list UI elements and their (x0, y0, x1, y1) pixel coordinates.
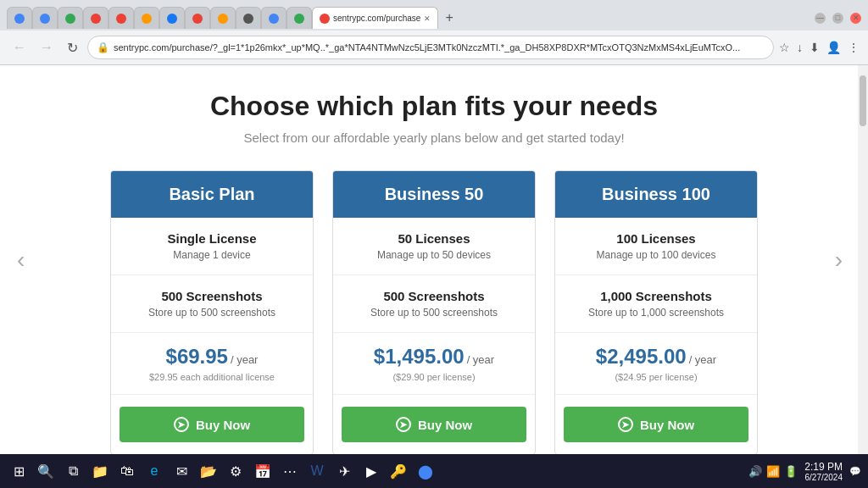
page-content: ‹ › Choose which plan fits your needs Se… (0, 65, 868, 454)
tab-item-12[interactable] (287, 7, 312, 29)
taskbar-mail-button[interactable]: ✉ (170, 459, 193, 483)
taskbar-explorer2-button[interactable]: 📂 (197, 459, 220, 483)
taskbar-apps-button[interactable]: ⋯ (278, 459, 302, 483)
tab-close-icon[interactable]: ✕ (424, 14, 431, 23)
forward-button[interactable]: → (36, 38, 58, 57)
tab-item-2[interactable] (32, 7, 58, 29)
price-note-basic: $29.95 each additional license (120, 372, 304, 382)
address-bar-row: ← → ↻ 🔒 sentrypc.com/purchase/?_gl=1*1p2… (0, 30, 868, 64)
browser-content: ‹ › Choose which plan fits your needs Se… (0, 65, 868, 454)
taskbar-file-explorer-button[interactable]: 📁 (88, 459, 112, 483)
taskbar-chrome-button[interactable]: ⬤ (414, 459, 437, 483)
carousel-next-button[interactable]: › (835, 247, 843, 274)
taskbar-store-button[interactable]: 🛍 (115, 459, 139, 483)
license-title-business100: 100 Licenses (564, 231, 748, 246)
plan-header-basic: Basic Plan (111, 171, 313, 218)
buy-now-button-business50[interactable]: ➤ Buy Now (342, 407, 526, 442)
tab-item-11[interactable] (261, 7, 287, 29)
network-icon[interactable]: 📶 (766, 465, 780, 478)
tab-item-5[interactable] (108, 7, 134, 29)
tab-item-10[interactable] (236, 7, 261, 29)
scrollbar-thumb[interactable] (860, 75, 866, 126)
scrollbar[interactable] (858, 65, 868, 454)
screenshot-desc-basic: Store up to 500 screenshots (120, 307, 304, 319)
plan-body-business100: 100 Licenses Manage up to 100 devices 1,… (555, 218, 757, 454)
plan-feature-license-basic: Single License Manage 1 device (111, 218, 313, 275)
taskbar-date-display: 6/27/2024 (804, 473, 843, 482)
price-period-basic: / year (231, 353, 259, 366)
notification-icon[interactable]: 💬 (849, 466, 861, 477)
browser-chrome: sentrypc.com/purchase ✕ + — □ ✕ ← → ↻ 🔒 … (0, 0, 868, 65)
buy-icon-basic: ➤ (174, 417, 189, 432)
plan-card-business100: Business 100 100 Licenses Manage up to 1… (554, 170, 758, 454)
page-subtitle: Select from our affordable yearly plans … (51, 130, 817, 145)
page-title: Choose which plan fits your needs (51, 91, 817, 122)
close-button[interactable]: ✕ (850, 13, 861, 24)
buy-btn-section-basic: ➤ Buy Now (111, 395, 313, 454)
taskbar-edge-button[interactable]: e (142, 459, 166, 483)
taskbar-right: 🔊 📶 🔋 2:19 PM 6/27/2024 💬 (748, 461, 861, 482)
plan-feature-license-business50: 50 Licenses Manage up to 50 devices (333, 218, 535, 275)
battery-icon[interactable]: 🔋 (784, 465, 798, 478)
taskbar-vlc-button[interactable]: ▶ (359, 459, 383, 483)
bookmark-icon[interactable]: ☆ (779, 41, 790, 54)
plan-price-section-basic: $69.95 / year $29.95 each additional lic… (111, 333, 313, 395)
plan-body-business50: 50 Licenses Manage up to 50 devices 500 … (333, 218, 535, 454)
plan-header-business50: Business 50 (333, 171, 535, 218)
url-text: sentrypc.com/purchase/?_gl=1*1p26mkx*_up… (114, 42, 765, 53)
taskbar-clock[interactable]: 2:19 PM 6/27/2024 (804, 461, 843, 482)
taskbar-task-view-button[interactable]: ⧉ (61, 459, 85, 483)
taskbar-settings-button[interactable]: ⚙ (224, 459, 248, 483)
carousel-prev-button[interactable]: ‹ (17, 247, 25, 274)
plan-card-basic: Basic Plan Single License Manage 1 devic… (110, 170, 314, 454)
maximize-button[interactable]: □ (832, 13, 843, 24)
plan-feature-license-business100: 100 Licenses Manage up to 100 devices (555, 218, 757, 275)
tab-item-8[interactable] (185, 7, 210, 29)
tab-item-active[interactable]: sentrypc.com/purchase ✕ (312, 7, 438, 29)
download-icon[interactable]: ⬇ (810, 41, 820, 54)
taskbar-search-button[interactable]: 🔍 (34, 459, 58, 483)
lock-icon: 🔒 (97, 42, 109, 53)
buy-now-button-basic[interactable]: ➤ Buy Now (120, 407, 304, 442)
reload-button[interactable]: ↻ (63, 38, 82, 58)
taskbar-telegram-button[interactable]: ✈ (332, 459, 356, 483)
price-period-business100: / year (689, 353, 717, 366)
price-note-business100: ($24.95 per license) (564, 372, 748, 382)
menu-icon[interactable]: ⋮ (848, 41, 860, 54)
minimize-button[interactable]: — (815, 13, 826, 24)
plan-feature-screenshot-business100: 1,000 Screenshots Store up to 1,000 scre… (555, 275, 757, 333)
screenshot-desc-business100: Store up to 1,000 screenshots (564, 307, 748, 319)
plans-container: Basic Plan Single License Manage 1 devic… (51, 170, 817, 454)
plan-price-basic: $69.95 / year (120, 345, 304, 369)
tab-item-3[interactable] (58, 7, 83, 29)
price-amount-business100: $2,495.00 (596, 345, 687, 369)
tab-item-4[interactable] (83, 7, 108, 29)
taskbar-word-button[interactable]: W (305, 459, 329, 483)
taskbar-keepass-button[interactable]: 🔑 (387, 459, 410, 483)
tab-item-1[interactable] (7, 7, 32, 29)
volume-icon[interactable]: 🔊 (748, 465, 762, 478)
tab-item-9[interactable] (210, 7, 236, 29)
plan-feature-screenshot-business50: 500 Screenshots Store up to 500 screensh… (333, 275, 535, 333)
tab-new-btn[interactable]: + (438, 7, 459, 29)
plan-price-section-business50: $1,495.00 / year ($29.90 per license) (333, 333, 535, 395)
plan-price-section-business100: $2,495.00 / year ($24.95 per license) (555, 333, 757, 395)
account-icon[interactable]: 👤 (826, 41, 841, 54)
plan-feature-screenshot-basic: 500 Screenshots Store up to 500 screensh… (111, 275, 313, 333)
buy-icon-business50: ➤ (396, 417, 411, 432)
plan-card-business50: Business 50 50 Licenses Manage up to 50 … (332, 170, 536, 454)
tab-item-6[interactable] (134, 7, 159, 29)
screenshot-desc-business50: Store up to 500 screenshots (342, 307, 526, 319)
taskbar-windows-button[interactable]: ⊞ (7, 459, 31, 483)
buy-now-button-business100[interactable]: ➤ Buy Now (564, 407, 748, 442)
tab-item-7[interactable] (159, 7, 185, 29)
back-button[interactable]: ← (8, 38, 31, 57)
price-amount-basic: $69.95 (166, 345, 228, 369)
price-period-business50: / year (467, 353, 495, 366)
taskbar-time-display: 2:19 PM (804, 461, 843, 473)
screenshot-title-basic: 500 Screenshots (120, 289, 304, 303)
address-bar[interactable]: 🔒 sentrypc.com/purchase/?_gl=1*1p26mkx*_… (87, 36, 774, 59)
address-actions: ☆ ↓ ⬇ 👤 ⋮ (779, 41, 860, 54)
taskbar-calendar-button[interactable]: 📅 (251, 459, 275, 483)
profile-icon[interactable]: ↓ (797, 41, 803, 54)
